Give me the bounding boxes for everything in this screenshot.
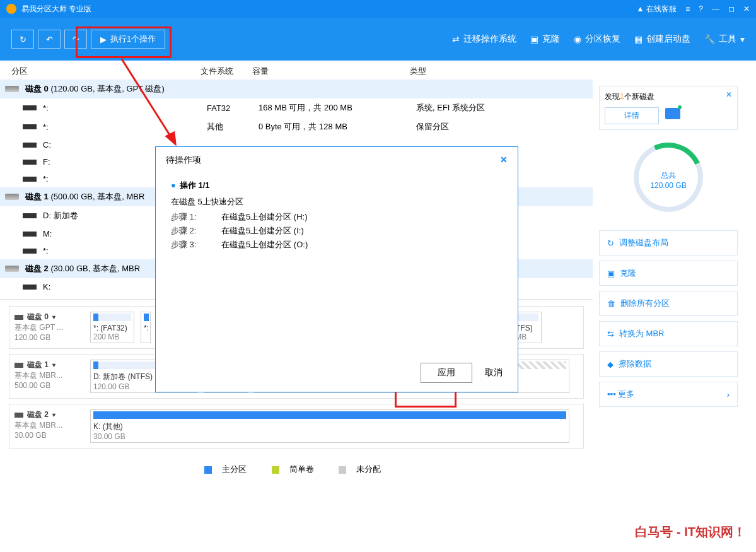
step-row: 步骤 3:在磁盘5上创建分区 (O:) [171,239,503,250]
titlebar: 易我分区大师 专业版 ▲ 在线客服 ≡ ? — ◻ ✕ [0,0,756,18]
recover-button[interactable]: ◉ 分区恢复 [574,33,620,45]
close-icon[interactable]: ✕ [743,4,750,13]
clone-button[interactable]: ▣ 克隆 [530,33,560,45]
wipe-button[interactable]: ◆ 擦除数据 [599,351,738,377]
disk-usage-ring: 总共 120.00 GB [599,143,738,218]
toolbar: ↻ ↶ ↷ ▶ 执行1个操作 ⇄ 迁移操作系统 ▣ 克隆 ◉ 分区恢复 ▦ 创建… [0,18,756,61]
column-headers: 分区 文件系统 容量 类型 [0,61,756,79]
col-capacity: 容量 [252,66,410,77]
help-icon[interactable]: ? [699,4,703,13]
detail-button[interactable]: 详情 [605,107,659,124]
disk-header[interactable]: 磁盘 0 (120.00 GB, 基本盘, GPT 磁盘) [0,79,593,98]
clone-side-button[interactable]: ▣ 克隆 [599,261,738,286]
apply-button[interactable]: 应用 [421,363,472,383]
disk-icon [665,108,680,119]
partition-row[interactable]: *:其他0 Byte 可用，共 128 MB保留分区 [0,117,593,136]
more-button[interactable]: ▪▪▪ 更多› [599,382,738,407]
notif-close-icon[interactable]: ✕ [726,90,732,99]
new-disk-notification: ✕ 发现1个新磁盘 详情 [599,86,738,130]
op-header: 操作 1/1 [171,180,503,191]
online-support-button[interactable]: ▲ 在线客服 [636,4,677,15]
col-fs: 文件系统 [201,66,252,77]
pending-ops-modal: 待操作项 ✕ 操作 1/1 在磁盘 5上快速分区 步骤 1:在磁盘5上创建分区 … [155,146,518,392]
watermark: 白马号 - IT知识网！ [635,524,746,541]
col-partition: 分区 [11,66,201,77]
right-panel: ✕ 发现1个新磁盘 详情 总共 120.00 GB ↻ 调整磁盘布局 ▣ 克隆 … [593,79,744,479]
step-row: 步骤 2:在磁盘5上创建分区 (I:) [171,225,503,237]
redo-button[interactable]: ↷ [64,30,87,49]
menu-icon[interactable]: ≡ [685,4,690,13]
minimize-icon[interactable]: — [712,4,719,13]
cancel-button[interactable]: 取消 [485,367,503,379]
refresh-button[interactable]: ↻ [11,30,34,49]
adjust-layout-button[interactable]: ↻ 调整磁盘布局 [599,230,738,255]
bootdisk-button[interactable]: ▦ 创建启动盘 [634,33,690,45]
maximize-icon[interactable]: ◻ [728,4,735,13]
legend: 主分区 简单卷 未分配 [0,460,593,479]
undo-button[interactable]: ↶ [38,30,61,49]
disk-box[interactable]: 磁盘 2▾基本盘 MBR...30.00 GBK: (其他)30.00 GB [9,404,584,449]
col-type: 类型 [410,66,745,77]
tools-button[interactable]: 🔧 工具 ▾ [704,33,745,45]
modal-title: 待操作项 [166,155,201,166]
delete-all-button[interactable]: 🗑 删除所有分区 [599,291,738,316]
execute-button[interactable]: ▶ 执行1个操作 [91,30,165,49]
migrate-os-button[interactable]: ⇄ 迁移操作系统 [452,33,516,45]
partition-row[interactable]: *:FAT32168 MB 可用，共 200 MB系统, EFI 系统分区 [0,98,593,117]
app-logo-icon [6,4,16,14]
convert-mbr-button[interactable]: ⇆ 转换为 MBR [599,321,738,346]
step-row: 步骤 1:在磁盘5上创建分区 (H:) [171,211,503,223]
modal-close-icon[interactable]: ✕ [500,155,508,166]
app-title: 易我分区大师 专业版 [21,4,636,15]
op-desc: 在磁盘 5上快速分区 [171,196,503,208]
